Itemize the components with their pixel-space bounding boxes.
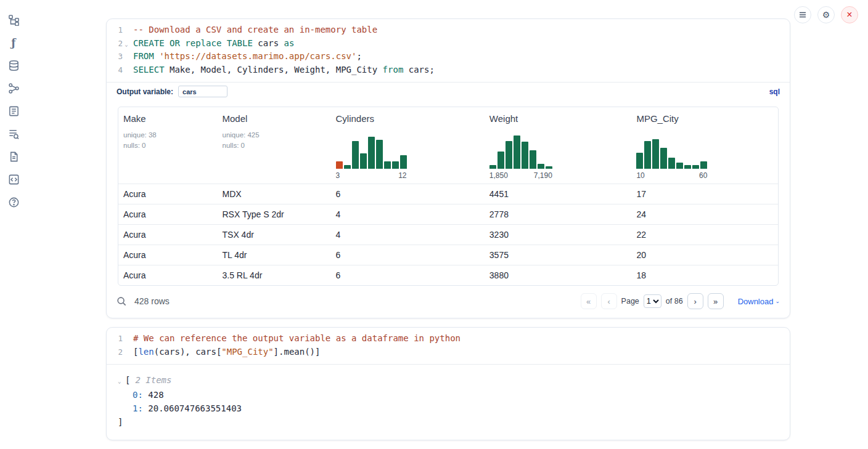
download-button[interactable]: Download⌄: [738, 297, 780, 306]
table-body: AcuraMDX6445117AcuraRSX Type S 2dr427782…: [118, 184, 778, 285]
table-footer: 428 rows « ‹ Page 1 of 86 › » Download⌄: [107, 286, 790, 318]
tree-close-bracket: ]: [107, 415, 790, 429]
column-make[interactable]: Makeunique: 38nulls: 0: [118, 107, 218, 184]
outline-icon[interactable]: [7, 105, 20, 117]
settings-gear-icon[interactable]: ⚙: [817, 6, 835, 23]
python-code-editor[interactable]: 1 # We can reference the output variable…: [107, 328, 790, 364]
sql-cell: 1 -- Download a CSV and create an in-mem…: [106, 18, 790, 318]
chevron-down-icon: ⌄: [775, 298, 780, 304]
output-variable-label: Output variable:: [117, 87, 173, 96]
shutdown-close-icon[interactable]: ×: [841, 6, 858, 23]
output-variable-row: Output variable: sql: [107, 82, 790, 100]
tree-entry: 1: 20.060747663551403: [107, 402, 790, 415]
histogram: 312: [336, 134, 480, 180]
documentation-icon[interactable]: [7, 150, 20, 163]
histogram: 1,8507,190: [489, 134, 627, 180]
tree-open-bracket: [: [125, 373, 130, 387]
file-explorer-icon[interactable]: [7, 14, 20, 26]
logs-icon[interactable]: [7, 127, 20, 140]
table-row[interactable]: AcuraTL 4dr6357520: [118, 245, 778, 265]
table-row[interactable]: AcuraRSX Type S 2dr4277824: [118, 204, 778, 224]
tree-entry: 0: 428: [107, 388, 790, 402]
datasets-icon[interactable]: [7, 59, 20, 71]
result-table: Makeunique: 38nulls: 0Modelunique: 425nu…: [118, 107, 779, 286]
page-select[interactable]: 1: [644, 294, 661, 308]
helper-sidebar: ƒ: [0, 0, 27, 449]
column-weight[interactable]: Weight1,8507,190: [485, 107, 632, 184]
page-label: Page: [621, 297, 639, 305]
table-row[interactable]: Acura3.5 RL 4dr6388018: [118, 265, 778, 285]
python-cell: 1 # We can reference the output variable…: [106, 327, 790, 440]
menu-button[interactable]: [794, 6, 811, 23]
tree-collapse-icon[interactable]: ⌄: [118, 374, 125, 388]
table-row[interactable]: AcuraMDX6445117: [118, 184, 778, 204]
search-icon[interactable]: [117, 296, 127, 307]
first-page-button[interactable]: «: [581, 293, 597, 309]
sql-code-editor[interactable]: 1 -- Download a CSV and create an in-mem…: [107, 19, 790, 82]
table-row[interactable]: AcuraTSX 4dr4323022: [118, 224, 778, 245]
help-icon[interactable]: [7, 196, 20, 208]
notebook-controls: ⚙ ×: [794, 6, 858, 23]
column-model[interactable]: Modelunique: 425nulls: 0: [218, 107, 331, 184]
python-output: ⌄ [ 2 Items 0: 4281: 20.060747663551403 …: [107, 364, 790, 440]
output-variable-input[interactable]: [178, 86, 227, 97]
tree-entries: 0: 4281: 20.060747663551403: [107, 388, 790, 415]
prev-page-button[interactable]: ‹: [601, 293, 617, 309]
pagination: « ‹ Page 1 of 86 › » Download⌄: [581, 293, 780, 309]
language-badge: sql: [769, 87, 780, 96]
next-page-button[interactable]: ›: [687, 293, 703, 309]
column-cylinders[interactable]: Cylinders312: [331, 107, 485, 184]
histogram: 1060: [636, 134, 773, 180]
tree-items-count: 2 Items: [135, 373, 171, 387]
snippets-icon[interactable]: [7, 173, 20, 185]
dependency-graph-icon[interactable]: [7, 82, 20, 94]
page-total-label: of 86: [666, 297, 683, 305]
last-page-button[interactable]: »: [708, 293, 724, 309]
row-count: 428 rows: [134, 296, 170, 306]
scratchpad-icon[interactable]: ƒ: [7, 36, 20, 49]
table-header: Makeunique: 38nulls: 0Modelunique: 425nu…: [118, 107, 778, 184]
column-mpg_city[interactable]: MPG_City1060: [631, 107, 778, 184]
